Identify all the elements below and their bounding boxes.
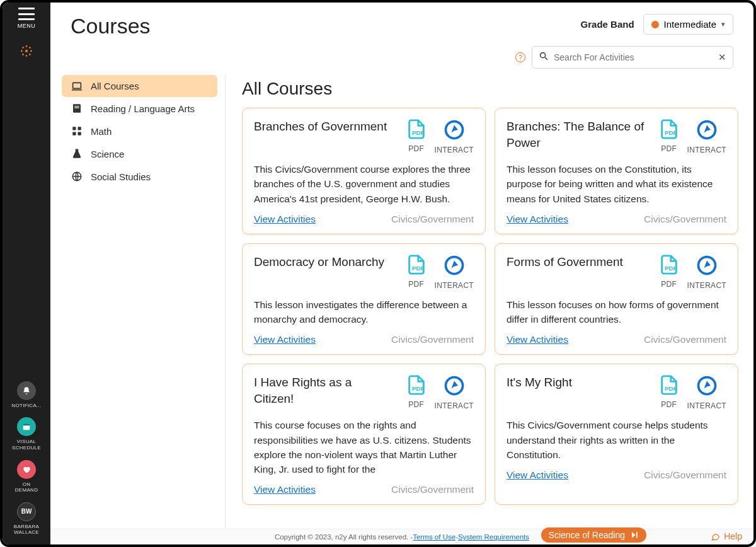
globe-icon [71, 171, 83, 182]
course-title: Branches of Government [254, 118, 387, 135]
view-activities-link[interactable]: View Activities [507, 469, 568, 481]
section-title: All Courses [242, 79, 738, 99]
course-title: Branches: The Balance of Power [507, 118, 645, 151]
next-track-icon [630, 531, 639, 539]
rail-item-label: ON DEMAND [13, 481, 40, 493]
svg-text:PDF: PDF [665, 385, 677, 392]
terms-link[interactable]: Terms of Use [413, 533, 455, 541]
pdf-icon: PDF [658, 254, 680, 278]
view-activities-link[interactable]: View Activities [507, 334, 568, 345]
pdf-icon: PDF [658, 374, 680, 398]
svg-rect-16 [72, 127, 76, 130]
svg-point-8 [29, 54, 31, 55]
svg-point-2 [26, 55, 28, 57]
pdf-label: PDF [408, 144, 424, 153]
interact-label: INTERACT [435, 401, 474, 410]
clear-icon[interactable]: ✕ [718, 52, 726, 63]
sidebar-item-science[interactable]: Science [62, 142, 217, 165]
view-activities-link[interactable]: View Activities [254, 214, 316, 225]
hamburger-icon [18, 8, 35, 20]
pdf-button[interactable]: PDF PDF [658, 118, 680, 154]
user-name: BARBARA WALLACE [11, 524, 42, 536]
course-description: This Civics/Government course helps stud… [507, 418, 726, 462]
svg-point-5 [22, 47, 24, 49]
search-icon [539, 51, 549, 64]
sidebar-item-math[interactable]: Math [62, 120, 217, 142]
pdf-button[interactable]: PDF PDF [658, 254, 680, 290]
rail-item-user[interactable]: BW BARBARA WALLACE [3, 502, 50, 536]
interact-button[interactable]: INTERACT [435, 374, 474, 410]
rail-item-label: VISUAL SCHEDULE [9, 439, 43, 451]
svg-point-11 [541, 53, 546, 58]
grade-band-value: Intermediate [664, 19, 716, 30]
pdf-icon: PDF [406, 254, 427, 278]
pdf-button[interactable]: PDF PDF [658, 374, 680, 410]
course-title: I Have Rights as a Citizen! [254, 374, 392, 406]
svg-line-12 [545, 57, 547, 60]
course-card: I Have Rights as a Citizen! PDF PDF INTE… [242, 364, 486, 505]
page-header: Courses Grade Band Intermediate ▾ ? [50, 3, 753, 75]
svg-rect-17 [78, 127, 81, 130]
help-button[interactable]: Help [711, 531, 742, 541]
course-card: It's My Right PDF PDF INTERACT This Civi… [495, 364, 738, 505]
heart-icon [17, 460, 36, 479]
level-dot-icon [651, 21, 659, 28]
book-icon [71, 103, 83, 114]
course-card: Branches of Government PDF PDF INTERACT … [242, 108, 486, 234]
svg-rect-13 [73, 83, 81, 88]
pdf-button[interactable]: PDF PDF [406, 118, 427, 154]
grid-icon [71, 125, 83, 137]
view-activities-link[interactable]: View Activities [507, 214, 568, 225]
view-activities-link[interactable]: View Activities [254, 334, 316, 345]
course-description: This lesson focuses on the Constitution,… [507, 162, 726, 206]
chevron-down-icon: ▾ [721, 20, 725, 28]
rail-item-notifications[interactable]: NOTIFICA... [3, 381, 50, 409]
footer: Copyright © 2023, n2y All rights reserve… [50, 529, 753, 544]
pdf-icon: PDF [658, 118, 680, 142]
menu-label: MENU [18, 23, 36, 29]
grade-band-select[interactable]: Intermediate ▾ [643, 14, 733, 35]
interact-button[interactable]: INTERACT [435, 254, 474, 290]
menu-button[interactable]: MENU [18, 8, 36, 29]
view-activities-link[interactable]: View Activities [254, 484, 316, 495]
search-box[interactable]: ✕ [532, 46, 733, 69]
pdf-button[interactable]: PDF PDF [406, 374, 427, 410]
interact-button[interactable]: INTERACT [687, 118, 726, 154]
course-list-area: All Courses Branches of Government PDF P… [226, 75, 738, 544]
sidebar-item-reading[interactable]: Reading / Language Arts [62, 97, 217, 120]
svg-rect-19 [78, 132, 81, 135]
svg-point-1 [26, 45, 28, 47]
svg-rect-10 [23, 424, 30, 425]
course-title: Democracy or Monarchy [254, 254, 384, 270]
sidebar-item-label: Math [91, 126, 112, 137]
interact-button[interactable]: INTERACT [435, 118, 474, 154]
pdf-button[interactable]: PDF PDF [406, 254, 427, 290]
svg-point-4 [30, 50, 32, 52]
grade-band-label: Grade Band [581, 19, 634, 30]
sidebar-item-label: Science [91, 149, 124, 159]
sysreq-link[interactable]: System Requirements [458, 533, 529, 541]
pdf-icon: PDF [406, 374, 427, 398]
course-description: This lesson focuses on how forms of gove… [507, 297, 726, 327]
sor-label: Science of Reading [549, 530, 625, 540]
science-of-reading-button[interactable]: Science of Reading [541, 527, 646, 543]
interact-button[interactable]: INTERACT [687, 254, 726, 290]
svg-rect-15 [74, 108, 79, 108]
sidebar-item-label: All Courses [91, 81, 139, 91]
interact-icon [696, 374, 718, 400]
sidebar-item-social-studies[interactable]: Social Studies [62, 165, 217, 188]
course-category-sidebar: All Courses Reading / Language Arts Math [62, 75, 226, 544]
interact-button[interactable]: INTERACT [687, 374, 726, 410]
sidebar-item-all-courses[interactable]: All Courses [62, 75, 217, 97]
rail-item-visual-schedule[interactable]: VISUAL SCHEDULE [3, 417, 50, 451]
subject-tag: Civics/Government [644, 469, 726, 481]
sidebar-item-label: Social Studies [91, 171, 151, 182]
interact-icon [443, 254, 466, 279]
rail-item-on-demand[interactable]: ON DEMAND [3, 460, 50, 493]
interact-icon [696, 254, 718, 279]
svg-rect-18 [72, 132, 76, 135]
search-input[interactable] [554, 52, 713, 62]
help-tip-icon[interactable]: ? [515, 52, 525, 62]
main-area: Courses Grade Band Intermediate ▾ ? [50, 3, 753, 544]
left-rail: MENU NOTIFICA... VISUAL SCHEDULE ON DEMA… [3, 3, 50, 544]
